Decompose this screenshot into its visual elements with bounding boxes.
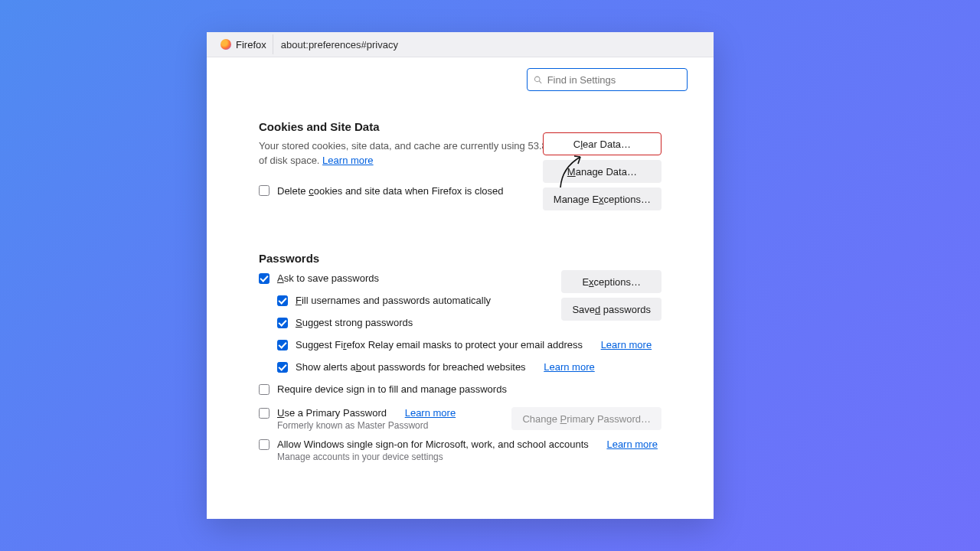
ask-save-checkbox[interactable] [259,273,270,284]
primary-learn-more-link[interactable]: Learn more [405,407,456,419]
cookies-learn-more-link[interactable]: Learn more [322,155,373,166]
search-input[interactable] [546,73,681,86]
firefox-icon [220,39,231,50]
title-bar: Firefox about:preferences#privacy [207,32,714,57]
settings-window: Firefox about:preferences#privacy Cookie… [207,32,714,519]
delete-on-close-checkbox[interactable] [259,185,270,196]
saved-passwords-button[interactable]: Saved passwords [561,298,662,321]
relay-learn-more-link[interactable]: Learn more [601,339,652,350]
manage-data-button[interactable]: Manage Data… [543,160,662,183]
change-primary-password-button: Change Primary Password… [511,407,662,430]
svg-point-0 [534,77,540,82]
app-name: Firefox [236,39,266,51]
sso-learn-more-link[interactable]: Learn more [606,439,657,450]
primary-password-label: Use a Primary Password [277,407,387,419]
ask-save-label: Ask to save passwords [277,272,379,284]
content-area: Cookies and Site Data Your stored cookie… [207,57,714,478]
cookies-description: Your stored cookies, site data, and cach… [259,139,565,168]
suggest-strong-checkbox[interactable] [277,318,288,328]
cookies-heading: Cookies and Site Data [259,120,662,133]
relay-label: Suggest Firefox Relay email masks to pro… [296,339,583,350]
windows-sso-label: Allow Windows single sign-on for Microso… [277,439,589,450]
sso-subtext: Manage accounts in your device settings [277,452,662,462]
clear-data-button[interactable]: Clear Data… [543,132,662,155]
cookies-desc-text: Your stored cookies, site data, and cach… [259,140,565,166]
primary-password-checkbox[interactable] [259,408,270,419]
delete-on-close-label: Delete cookies and site data when Firefo… [277,185,504,197]
address-bar-text[interactable]: about:preferences#privacy [273,39,406,51]
desktop-background: Firefox about:preferences#privacy Cookie… [0,0,980,551]
breach-alerts-label: Show alerts about passwords for breached… [296,361,526,373]
passwords-exceptions-button[interactable]: Exceptions… [561,270,662,293]
breach-alerts-checkbox[interactable] [277,362,288,373]
fill-auto-label: Fill usernames and passwords automatical… [296,295,491,306]
search-icon [534,75,543,85]
device-signin-label: Require device sign in to fill and manag… [277,383,507,395]
breach-learn-more-link[interactable]: Learn more [544,361,594,373]
search-input-wrap[interactable] [527,68,688,91]
device-signin-checkbox[interactable] [259,384,270,395]
svg-line-1 [539,80,541,83]
suggest-strong-label: Suggest strong passwords [296,317,413,328]
relay-checkbox[interactable] [277,340,288,350]
passwords-heading: Passwords [259,252,662,265]
window-tab[interactable]: Firefox [214,34,273,54]
fill-auto-checkbox[interactable] [277,295,288,306]
windows-sso-checkbox[interactable] [259,439,270,450]
manage-exceptions-button[interactable]: Manage Exceptions… [543,187,662,210]
